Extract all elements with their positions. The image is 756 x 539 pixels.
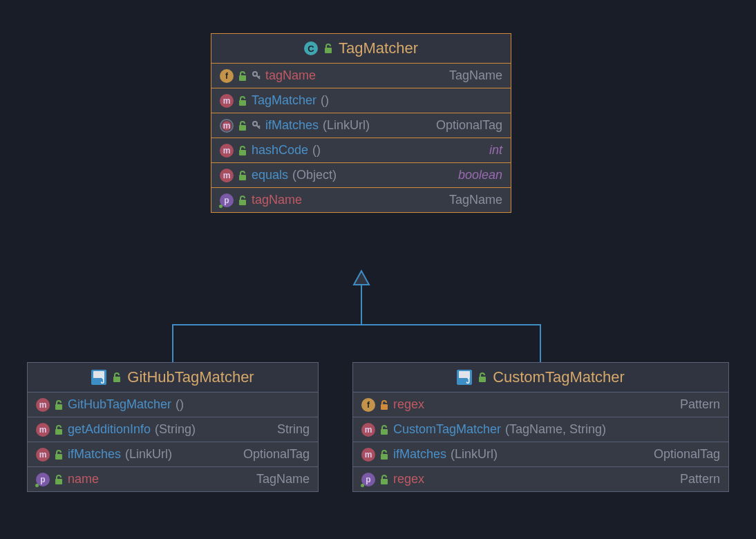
class-header: C TagMatcher <box>211 34 511 63</box>
key-icon <box>252 70 261 82</box>
property-icon: p <box>361 473 375 486</box>
class-box-githubtagmatcher[interactable]: GitHubTagMatcher mGitHubTagMatcher()mget… <box>27 362 319 492</box>
member-name: CustomTagMatcher <box>393 422 501 437</box>
member-row[interactable]: mequals(Object)boolean <box>211 162 511 187</box>
member-row[interactable]: mgetAdditionInfo(String)String <box>28 417 318 442</box>
class-box-tagmatcher[interactable]: C TagMatcher ftagNameTagNamemTagMatcher(… <box>211 33 511 213</box>
lock-icon <box>379 449 389 460</box>
member-name: tagName <box>252 193 302 207</box>
lock-icon <box>54 474 64 485</box>
return-type: OptionalTag <box>243 447 310 462</box>
field-icon: f <box>361 398 375 412</box>
svg-rect-8 <box>239 200 246 205</box>
param-list: (TagName, String) <box>505 422 606 437</box>
class-title: TagMatcher <box>339 39 418 57</box>
svg-rect-17 <box>381 454 388 460</box>
member-name: regex <box>393 472 424 486</box>
member-rows: fregexPatternmCustomTagMatcher(TagName, … <box>353 392 728 491</box>
svg-rect-11 <box>55 429 62 435</box>
member-row[interactable]: mifMatches(LinkUrl)OptionalTag <box>211 113 511 138</box>
lock-icon <box>238 70 247 82</box>
member-name: hashCode <box>252 143 308 158</box>
lock-open-icon <box>323 43 333 54</box>
property-icon: p <box>36 473 50 486</box>
lock-icon <box>379 399 389 410</box>
lock-icon <box>238 95 247 106</box>
member-row[interactable]: mGitHubTagMatcher() <box>28 392 318 417</box>
member-rows: ftagNameTagNamemTagMatcher()mifMatches(L… <box>211 63 511 212</box>
return-type: OptionalTag <box>654 447 720 462</box>
svg-rect-14 <box>479 377 486 382</box>
svg-rect-16 <box>381 429 388 435</box>
svg-rect-0 <box>325 48 332 53</box>
return-type: TagName <box>449 68 502 83</box>
svg-rect-15 <box>381 404 388 410</box>
method-icon: m <box>220 94 234 108</box>
return-type: TagName <box>449 193 502 207</box>
svg-rect-9 <box>113 377 120 382</box>
param-list: () <box>176 397 184 412</box>
member-name: ifMatches <box>393 447 446 462</box>
member-row[interactable]: ftagNameTagName <box>211 63 511 88</box>
field-icon: f <box>220 69 234 83</box>
member-row[interactable]: mCustomTagMatcher(TagName, String) <box>353 417 728 442</box>
svg-rect-10 <box>55 404 62 410</box>
svg-rect-18 <box>381 479 388 484</box>
member-row[interactable]: pregexPattern <box>353 466 728 491</box>
abstract-method-icon: m <box>220 119 234 133</box>
lock-icon <box>238 145 247 156</box>
method-icon: m <box>36 423 50 437</box>
java-file-icon <box>457 370 472 385</box>
svg-rect-7 <box>239 175 246 180</box>
class-title: GitHubTagMatcher <box>127 368 254 386</box>
lock-icon <box>54 449 64 460</box>
method-icon: m <box>361 448 375 462</box>
class-title: CustomTagMatcher <box>493 368 625 386</box>
lock-icon <box>54 399 64 410</box>
member-name: getAdditionInfo <box>68 422 151 437</box>
svg-rect-1 <box>239 75 246 81</box>
member-row[interactable]: ptagNameTagName <box>211 187 511 212</box>
return-type: Pattern <box>680 397 720 412</box>
lock-icon <box>379 424 389 435</box>
class-header: GitHubTagMatcher <box>28 363 318 392</box>
return-type: int <box>489 143 502 158</box>
method-icon: m <box>220 169 234 182</box>
return-type: TagName <box>256 472 310 486</box>
method-icon: m <box>36 398 50 412</box>
member-row[interactable]: mTagMatcher() <box>211 88 511 113</box>
return-type: String <box>277 422 310 437</box>
member-name: ifMatches <box>68 447 121 462</box>
class-box-customtagmatcher[interactable]: CustomTagMatcher fregexPatternmCustomTag… <box>352 362 729 492</box>
key-icon <box>252 120 261 131</box>
svg-rect-12 <box>55 454 62 460</box>
svg-rect-4 <box>239 125 246 131</box>
member-name: tagName <box>265 68 316 83</box>
member-row[interactable]: mifMatches(LinkUrl)OptionalTag <box>353 442 728 466</box>
lock-open-icon <box>478 372 487 383</box>
class-icon: C <box>304 41 318 55</box>
lock-icon <box>238 195 247 206</box>
param-list: () <box>312 143 321 158</box>
member-name: TagMatcher <box>252 93 316 108</box>
member-row[interactable]: mifMatches(LinkUrl)OptionalTag <box>28 442 318 466</box>
param-list: (String) <box>155 422 196 437</box>
svg-rect-3 <box>239 100 246 106</box>
member-row[interactable]: fregexPattern <box>353 392 728 417</box>
param-list: (LinkUrl) <box>125 447 172 462</box>
param-list: (Object) <box>292 168 337 182</box>
member-rows: mGitHubTagMatcher()mgetAdditionInfo(Stri… <box>28 392 318 491</box>
return-type: boolean <box>458 168 502 182</box>
lock-icon <box>379 474 389 485</box>
member-row[interactable]: pnameTagName <box>28 466 318 491</box>
svg-rect-6 <box>239 150 246 155</box>
member-name: GitHubTagMatcher <box>68 397 171 412</box>
svg-rect-13 <box>55 479 62 484</box>
param-list: (LinkUrl) <box>451 447 498 462</box>
member-name: equals <box>252 168 288 182</box>
method-icon: m <box>361 423 375 437</box>
member-name: ifMatches <box>265 118 319 133</box>
param-list: (LinkUrl) <box>323 118 370 133</box>
lock-icon <box>54 424 64 435</box>
member-row[interactable]: mhashCode()int <box>211 138 511 162</box>
